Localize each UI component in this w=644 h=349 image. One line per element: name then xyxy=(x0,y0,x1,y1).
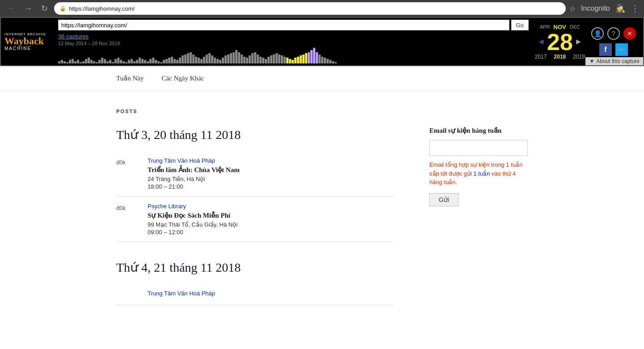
send-button[interactable]: Gửi xyxy=(429,193,458,206)
svg-rect-71 xyxy=(249,55,251,63)
nav-tuan-nay[interactable]: Tuần Này xyxy=(116,74,144,82)
menu-icon[interactable]: ⋮ xyxy=(631,3,640,14)
facebook-icon[interactable]: f xyxy=(599,43,612,56)
twitter-icon[interactable]: 🐦 xyxy=(615,43,628,56)
svg-rect-28 xyxy=(133,61,136,63)
wayback-text: Wayback xyxy=(4,36,44,46)
svg-rect-82 xyxy=(278,55,280,63)
svg-rect-13 xyxy=(93,61,95,63)
svg-rect-61 xyxy=(222,58,224,63)
svg-rect-94 xyxy=(310,50,313,63)
svg-rect-16 xyxy=(101,58,103,63)
main-content: Tuần Này Các Ngày Khác POSTS Thứ 3, 20 t… xyxy=(0,66,644,323)
svg-rect-3 xyxy=(66,62,68,63)
event-time-2: 09:00 – 12:00 xyxy=(148,229,394,235)
wayback-url-input[interactable] xyxy=(58,20,509,30)
nav-cac-ngay-khac[interactable]: Các Ngày Khác xyxy=(161,75,204,82)
svg-rect-89 xyxy=(297,57,299,63)
cal-prev-arrow[interactable]: ◄ xyxy=(537,37,545,46)
svg-rect-103 xyxy=(335,62,337,63)
address-bar[interactable]: 🔒 xyxy=(54,2,566,15)
svg-rect-81 xyxy=(275,53,278,63)
event-time-1: 18:00 – 21:00 xyxy=(148,183,394,190)
captures-link[interactable]: 36 captures xyxy=(58,33,529,40)
svg-rect-4 xyxy=(69,60,71,63)
svg-rect-66 xyxy=(235,50,237,63)
wayback-social-icons: f 🐦 xyxy=(599,43,628,56)
event-price-1: đ0k xyxy=(116,157,134,166)
close-icon[interactable]: ✕ xyxy=(623,27,636,40)
svg-rect-58 xyxy=(214,58,216,63)
posts-column: POSTS Thứ 3, 20 tháng 11 2018 đ0k Trung … xyxy=(116,109,394,305)
svg-rect-31 xyxy=(141,59,144,63)
svg-rect-88 xyxy=(294,58,297,63)
wayback-icons-top: 👤 ? ✕ xyxy=(591,27,636,40)
svg-rect-73 xyxy=(254,52,256,63)
about-capture-label: About this capture xyxy=(596,58,640,64)
calendar-section: APR NOV DEC ◄ 28 ► 2017 2018 2019 xyxy=(532,22,588,62)
svg-rect-90 xyxy=(300,55,302,63)
user-icon[interactable]: 👤 xyxy=(591,27,604,40)
event-title-1[interactable]: Triển lãm Ảnh: Chùa Việt Nam xyxy=(148,166,394,174)
year-prev[interactable]: 2017 xyxy=(535,54,547,60)
help-icon[interactable]: ? xyxy=(607,27,620,40)
event-address-1: 24 Tràng Tiền, Hà Nội xyxy=(148,176,394,182)
event-source-1[interactable]: Trung Tâm Văn Hoá Pháp xyxy=(148,157,394,164)
calendar-nav: ◄ 28 ► xyxy=(537,30,583,54)
svg-rect-74 xyxy=(257,55,259,63)
browser-top-bar: ← → ↻ 🔒 ☆ Incognito 🕵 ⋮ xyxy=(0,0,644,17)
refresh-button[interactable]: ↻ xyxy=(38,2,51,15)
svg-rect-40 xyxy=(165,59,168,63)
svg-rect-27 xyxy=(131,59,133,63)
svg-rect-77 xyxy=(265,59,267,63)
svg-rect-43 xyxy=(174,59,176,63)
wayback-brand: Wayback Machine xyxy=(4,36,44,51)
svg-rect-99 xyxy=(324,58,326,63)
svg-rect-30 xyxy=(139,58,141,63)
event-source-2[interactable]: Psyche Library xyxy=(148,203,394,210)
svg-rect-85 xyxy=(286,58,288,63)
svg-rect-20 xyxy=(112,62,114,63)
wayback-url-bar: Go xyxy=(58,20,529,30)
wayback-go-button[interactable]: Go xyxy=(511,20,529,30)
email-description: Email tổng hợp sự kiện trong 1 tuần sắp … xyxy=(429,160,528,187)
event-source-3[interactable]: Trung Tâm Văn Hoá Pháp xyxy=(148,290,394,297)
svg-rect-35 xyxy=(152,58,154,63)
event-title-2[interactable]: Sự Kiện Đọc Sách Miễn Phí xyxy=(148,211,394,219)
svg-rect-57 xyxy=(211,55,213,63)
1-tuan-link[interactable]: 1 tuần xyxy=(474,170,490,177)
svg-rect-48 xyxy=(187,53,189,63)
svg-rect-79 xyxy=(270,55,272,63)
svg-rect-21 xyxy=(114,59,117,63)
bookmark-star-icon[interactable]: ☆ xyxy=(569,4,576,13)
svg-rect-96 xyxy=(316,52,318,63)
about-capture-button[interactable]: ▼ About this capture xyxy=(585,57,643,65)
svg-rect-26 xyxy=(128,60,130,63)
back-button[interactable]: ← xyxy=(4,2,18,15)
svg-rect-51 xyxy=(195,57,197,63)
year-next[interactable]: 2019 xyxy=(573,54,585,60)
svg-rect-14 xyxy=(96,62,98,63)
svg-rect-53 xyxy=(200,59,203,63)
event-details-1: Trung Tâm Văn Hoá Pháp Triển lãm Ảnh: Ch… xyxy=(148,157,394,190)
svg-rect-37 xyxy=(157,61,160,63)
email-input[interactable] xyxy=(429,140,528,156)
svg-rect-38 xyxy=(160,62,162,63)
forward-button[interactable]: → xyxy=(21,2,35,15)
svg-rect-41 xyxy=(168,58,170,63)
svg-rect-75 xyxy=(259,57,262,63)
wayback-logo: INTERNET ARCHIVE Wayback Machine xyxy=(4,32,49,51)
svg-rect-39 xyxy=(163,60,165,63)
svg-rect-46 xyxy=(182,55,184,63)
svg-rect-34 xyxy=(149,59,152,63)
cal-next-arrow[interactable]: ► xyxy=(575,37,583,46)
svg-rect-78 xyxy=(267,57,270,63)
year-current: 2018 xyxy=(554,54,566,60)
address-input[interactable] xyxy=(69,5,560,12)
svg-rect-60 xyxy=(219,60,221,63)
svg-rect-49 xyxy=(190,52,192,63)
svg-rect-80 xyxy=(273,55,275,63)
svg-rect-9 xyxy=(82,61,85,63)
event-details-2: Psyche Library Sự Kiện Đọc Sách Miễn Phí… xyxy=(148,203,394,235)
svg-rect-68 xyxy=(241,55,243,63)
